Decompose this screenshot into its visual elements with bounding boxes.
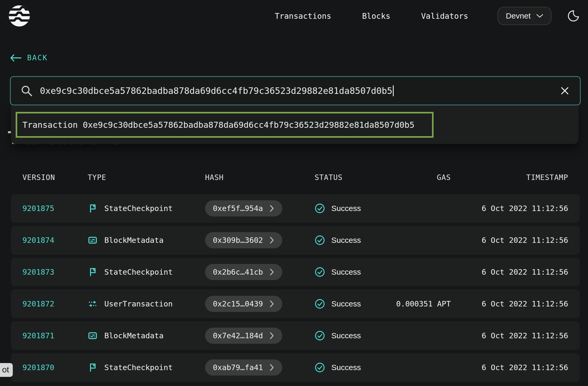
timestamp-cell: 6 Oct 2022 11:12:56	[451, 331, 568, 340]
hash-cell: 0x309b…3602	[205, 232, 315, 248]
hash-pill-button[interactable]: 0x2b6c…41cb	[205, 264, 282, 280]
success-check-icon	[315, 362, 325, 373]
table-row[interactable]: 9201874 BlockMetadata 0x309b…3602	[11, 226, 580, 255]
hash-label: 0x2c15…0439	[213, 299, 263, 308]
top-navigation: Transactions Blocks Validators Devnet	[0, 0, 588, 32]
hash-cell: 0x2b6c…41cb	[205, 264, 315, 280]
table-row[interactable]: 9201875 StateCheckpoint 0xef5f…954a	[11, 194, 580, 223]
chevron-right-icon	[269, 236, 274, 244]
type-label: UserTransaction	[104, 299, 173, 308]
type-label: StateCheckpoint	[104, 268, 173, 276]
version-link[interactable]: 9201872	[22, 299, 88, 308]
timestamp-cell: 6 Oct 2022 11:12:56	[451, 299, 568, 308]
version-link[interactable]: 9201874	[22, 236, 88, 245]
nav-links: Transactions Blocks Validators	[275, 11, 468, 21]
gas-cell: 0.000351 APT	[396, 299, 451, 308]
status-label: Success	[331, 331, 361, 340]
network-selector-label: Devnet	[506, 11, 531, 20]
hash-pill-button[interactable]: 0x2c15…0439	[205, 296, 282, 312]
status-cell: Success	[315, 235, 396, 245]
hash-pill-button[interactable]: 0x7e42…184d	[205, 328, 282, 344]
status-label: Success	[331, 268, 361, 276]
status-cell: Success	[315, 267, 396, 277]
aptos-logo-icon[interactable]	[8, 4, 31, 27]
flag-icon	[88, 203, 98, 213]
version-link[interactable]: 9201870	[22, 363, 88, 372]
hash-label: 0x7e42…184d	[213, 331, 263, 340]
timestamp-cell: 6 Oct 2022 11:12:56	[451, 236, 568, 245]
success-check-icon	[315, 299, 325, 309]
network-selector-button[interactable]: Devnet	[497, 7, 551, 25]
table-row[interactable]: 9201873 StateCheckpoint 0x2b6c…41cb	[11, 258, 580, 286]
timestamp-cell: 6 Oct 2022 11:12:56	[451, 268, 568, 276]
timestamp-cell: 6 Oct 2022 11:12:56	[451, 204, 568, 213]
type-cell: BlockMetadata	[88, 235, 205, 245]
close-icon	[560, 86, 569, 95]
nav-link-blocks[interactable]: Blocks	[362, 11, 390, 21]
type-cell: StateCheckpoint	[88, 203, 205, 213]
column-header-version: VERSION	[22, 173, 88, 182]
transactions-table-body: 9201875 StateCheckpoint 0xef5f…954a	[11, 194, 580, 385]
type-label: StateCheckpoint	[104, 204, 173, 213]
column-header-hash: HASH	[205, 173, 315, 182]
hash-cell: 0xef5f…954a	[205, 200, 315, 216]
chevron-down-icon	[536, 14, 543, 18]
type-cell: StateCheckpoint	[88, 363, 205, 372]
version-link[interactable]: 9201871	[22, 331, 88, 340]
hash-pill-button[interactable]: 0x309b…3602	[205, 232, 282, 248]
chevron-right-icon	[269, 364, 274, 371]
status-cell: Success	[315, 362, 396, 373]
hash-cell: 0x2c15…0439	[205, 296, 315, 312]
hash-label: 0x2b6c…41cb	[213, 268, 263, 276]
success-check-icon	[315, 330, 325, 341]
search-suggestion-transaction[interactable]: Transaction 0xe9c9c30dbce5a57862badba878…	[16, 112, 434, 138]
success-check-icon	[315, 203, 325, 214]
column-header-timestamp: TIMESTAMP	[451, 173, 568, 182]
dark-mode-toggle[interactable]	[567, 9, 580, 23]
search-icon	[21, 85, 33, 97]
table-row[interactable]: 9201871 BlockMetadata 0x7e42…184d	[11, 321, 580, 350]
chevron-right-icon	[269, 300, 274, 308]
timestamp-cell: 6 Oct 2022 11:12:56	[451, 363, 568, 372]
status-cell: Success	[315, 330, 396, 341]
table-row[interactable]: 9201872 UserTransaction 0x2c15…0439	[11, 290, 580, 318]
back-label: BACK	[27, 53, 48, 62]
success-check-icon	[315, 235, 325, 245]
hash-label: 0x309b…3602	[213, 236, 263, 245]
nav-link-transactions[interactable]: Transactions	[275, 11, 331, 21]
status-label: Success	[331, 363, 361, 372]
status-cell: Success	[315, 203, 396, 214]
column-header-gas: GAS	[396, 173, 451, 182]
transactions-table-header: VERSION TYPE HASH STATUS GAS TIMESTAMP	[11, 168, 580, 186]
type-cell: BlockMetadata	[88, 331, 205, 341]
column-header-status: STATUS	[315, 173, 396, 182]
hash-pill-button[interactable]: 0xef5f…954a	[205, 200, 282, 216]
table-row[interactable]: 9201870 StateCheckpoint 0xab79…fa41	[11, 353, 580, 382]
hash-label: 0xab79…fa41	[213, 363, 263, 372]
version-link[interactable]: 9201875	[22, 204, 88, 213]
clear-search-button[interactable]	[560, 86, 570, 96]
transfer-arrows-icon	[88, 299, 98, 309]
flag-icon	[88, 363, 98, 372]
block-metadata-icon	[88, 331, 98, 341]
hash-cell: 0x7e42…184d	[205, 328, 315, 344]
status-label: Success	[331, 204, 361, 213]
type-label: BlockMetadata	[104, 236, 164, 245]
back-button[interactable]: BACK	[10, 53, 48, 62]
search-bar[interactable]: 0xe9c9c30dbce5a57862badba878da69d6cc4fb7…	[10, 76, 581, 105]
hash-label: 0xef5f…954a	[213, 204, 263, 213]
status-label: Success	[331, 236, 361, 245]
type-label: BlockMetadata	[104, 331, 164, 340]
search-input[interactable]: 0xe9c9c30dbce5a57862badba878da69d6cc4fb7…	[40, 86, 392, 96]
moon-icon	[567, 10, 580, 22]
flag-icon	[88, 267, 98, 277]
chevron-right-icon	[269, 268, 274, 276]
success-check-icon	[315, 267, 325, 277]
hash-pill-button[interactable]: 0xab79…fa41	[205, 359, 282, 376]
status-tooltip-fragment: ot	[0, 363, 13, 377]
status-label: Success	[331, 299, 361, 308]
nav-link-validators[interactable]: Validators	[421, 11, 468, 21]
hash-cell: 0xab79…fa41	[205, 359, 315, 376]
version-link[interactable]: 9201873	[22, 268, 88, 276]
type-label: StateCheckpoint	[104, 363, 173, 372]
